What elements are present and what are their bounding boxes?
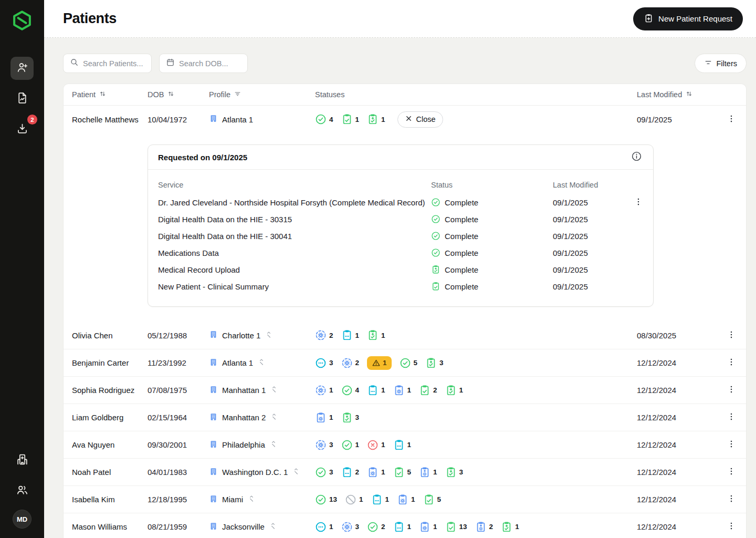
chevron-select-icon[interactable] xyxy=(270,385,278,395)
building-icon xyxy=(209,385,218,396)
row-menu-button[interactable] xyxy=(723,354,739,371)
close-expanded-button[interactable]: Close xyxy=(397,111,443,128)
kebab-icon xyxy=(727,330,736,341)
hospital-icon xyxy=(16,453,29,468)
row-menu-button[interactable] xyxy=(723,381,739,399)
info-icon xyxy=(631,151,642,163)
service-name: Dr. Jared Cleveland - Northside Hospital… xyxy=(158,198,431,207)
request-panel-title: Requested on 09/1/2025 xyxy=(158,153,247,162)
sort-icon xyxy=(685,90,693,99)
user-avatar[interactable]: MD xyxy=(13,510,32,529)
patient-name: Sophia Rodriguez xyxy=(64,386,148,395)
patient-row[interactable]: Liam Goldberg02/15/1964 Manhattan 2 1 31… xyxy=(64,404,746,431)
status-clipboard_gear: 1 xyxy=(367,467,385,478)
info-button[interactable] xyxy=(630,150,643,164)
sidebar-item-facilities[interactable] xyxy=(10,449,34,472)
patient-row[interactable]: Noah Patel04/01/1983 Washington D.C. 13 … xyxy=(64,458,746,485)
chevron-select-icon[interactable] xyxy=(269,522,277,532)
patient-statuses: 14 1 1 2 1 xyxy=(315,385,637,396)
column-header-last-modified[interactable]: Last Modified xyxy=(637,90,717,99)
sidebar-item-users[interactable] xyxy=(10,479,34,502)
chevron-select-icon[interactable] xyxy=(247,494,256,504)
service-last-modified: 09/1/2025 xyxy=(553,282,633,291)
sort-icon xyxy=(167,90,175,99)
patient-dob: 07/08/1975 xyxy=(148,386,209,395)
kebab-icon xyxy=(727,412,736,423)
patient-profile[interactable]: Charlotte 1 xyxy=(209,330,315,340)
patient-row[interactable]: Sophia Rodriguez07/08/1975 Manhattan 114… xyxy=(64,376,746,404)
patient-row[interactable]: Rochelle Matthews10/04/1972 Atlanta 14 1… xyxy=(64,106,746,133)
service-menu-button[interactable] xyxy=(633,196,644,209)
patient-profile[interactable]: Philadelphia xyxy=(209,440,315,450)
patient-row[interactable]: Olivia Chen05/12/1988 Charlotte 12 1 108… xyxy=(64,322,746,349)
filters-button[interactable]: Filters xyxy=(695,54,747,73)
row-menu-button[interactable] xyxy=(723,436,739,453)
status-clipboard_gear: 1 xyxy=(393,385,412,396)
sidebar-nav: 2 xyxy=(10,57,34,141)
service-name: New Patient - Clinical Summary xyxy=(158,282,431,291)
sidebar-item-add-patient[interactable] xyxy=(10,57,34,80)
building-icon xyxy=(209,522,218,532)
chevron-select-icon[interactable] xyxy=(257,358,266,368)
column-header-patient[interactable]: Patient xyxy=(64,90,148,99)
status-clipboard_up_check: 1 xyxy=(445,385,464,396)
patient-profile[interactable]: Atlanta 1 xyxy=(209,358,315,368)
patient-name: Olivia Chen xyxy=(64,331,148,340)
status-clipboard_check: 1 xyxy=(341,113,360,125)
status-clipboard_check: 5 xyxy=(393,467,412,478)
building-icon xyxy=(209,412,218,423)
patient-profile[interactable]: Manhattan 1 xyxy=(209,385,315,396)
patient-dob: 05/12/1988 xyxy=(148,331,209,340)
row-menu-button[interactable] xyxy=(723,491,739,508)
download-icon xyxy=(16,122,29,137)
row-menu-button[interactable] xyxy=(723,327,739,344)
search-dob-input[interactable] xyxy=(179,59,241,68)
patient-profile[interactable]: Jacksonville xyxy=(209,522,315,532)
kebab-icon xyxy=(727,439,736,450)
service-status: Complete xyxy=(431,198,553,207)
search-patients-input[interactable] xyxy=(83,59,145,68)
sidebar-item-downloads[interactable]: 2 xyxy=(10,118,34,141)
status-clipboard_gear_up: 2 xyxy=(475,521,494,533)
chevron-select-icon[interactable] xyxy=(265,330,273,340)
chevron-select-icon[interactable] xyxy=(292,467,300,477)
patient-last-modified: 12/12/2024 xyxy=(637,358,717,367)
search-patients-box[interactable] xyxy=(63,54,152,73)
service-status: Complete xyxy=(431,214,553,224)
kebab-icon xyxy=(727,114,736,125)
row-menu-button[interactable] xyxy=(723,518,739,535)
sidebar-item-reports[interactable] xyxy=(10,87,34,110)
patient-profile[interactable]: Washington D.C. 1 xyxy=(209,467,315,478)
patient-statuses: 4 1 1Close xyxy=(315,111,637,128)
row-menu-button[interactable] xyxy=(723,409,739,426)
new-patient-request-button[interactable]: New Patient Request xyxy=(633,7,743,30)
clipboard-plus-icon xyxy=(644,13,654,25)
patient-dob: 04/01/1983 xyxy=(148,468,209,477)
patient-row[interactable]: Isabella Kim12/18/1995 Miami131 1 1 512/… xyxy=(64,485,746,513)
request-panel: Requested on 09/1/2025 Service xyxy=(148,144,654,307)
patient-row[interactable]: Benjamin Carter11/23/1992 Atlanta 13215 … xyxy=(64,349,746,376)
service-status: Complete xyxy=(431,231,553,241)
status-warning: 1 xyxy=(367,356,392,370)
column-header-dob[interactable]: DOB xyxy=(148,90,209,99)
kebab-icon xyxy=(727,385,736,396)
patient-profile[interactable]: Manhattan 2 xyxy=(209,412,315,423)
row-menu-button[interactable] xyxy=(723,463,739,481)
column-header-profile[interactable]: Profile xyxy=(209,90,315,99)
row-menu-button[interactable] xyxy=(723,111,739,128)
patient-row[interactable]: Mason Williams08/21/1959 Jacksonville132… xyxy=(64,513,746,538)
patient-name: Isabella Kim xyxy=(64,495,148,504)
status-clipboard_dots: 1 xyxy=(393,439,412,451)
service-last-modified: 09/1/2025 xyxy=(553,265,633,274)
document-chart-icon xyxy=(16,91,29,107)
chevron-select-icon[interactable] xyxy=(270,412,278,422)
status-gear_dashed: 3 xyxy=(315,439,333,451)
service-name: Digital Health Data on the HIE - 30041 xyxy=(158,232,431,241)
download-count-badge: 2 xyxy=(27,115,37,125)
service-status: Complete xyxy=(431,282,553,291)
patient-dob: 11/23/1992 xyxy=(148,358,209,367)
patient-row[interactable]: Ava Nguyen09/30/2001 Philadelphia311 112… xyxy=(64,431,746,458)
patient-profile[interactable]: Miami xyxy=(209,494,315,505)
search-dob-box[interactable] xyxy=(159,54,248,73)
chevron-select-icon[interactable] xyxy=(269,440,278,450)
